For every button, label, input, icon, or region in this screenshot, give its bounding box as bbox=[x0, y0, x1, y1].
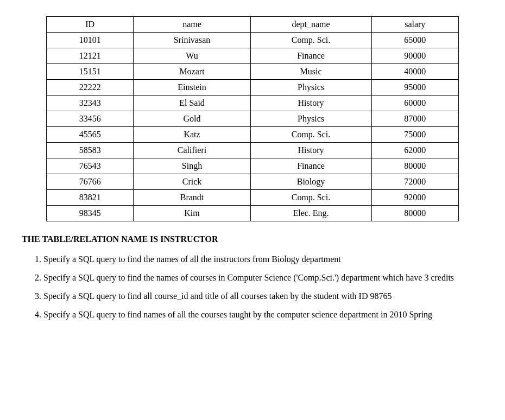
table-row: 22222EinsteinPhysics95000 bbox=[47, 80, 459, 96]
col-header-dept: dept_name bbox=[250, 17, 371, 33]
cell-7-2: History bbox=[250, 143, 371, 158]
cell-8-1: Singh bbox=[134, 158, 250, 174]
cell-5-1: Gold bbox=[134, 111, 250, 127]
cell-2-1: Mozart bbox=[134, 64, 250, 80]
cell-9-3: 72000 bbox=[371, 174, 458, 190]
instructor-table-container: ID name dept_name salary 10101Srinivasan… bbox=[22, 16, 483, 221]
questions-section: Specify a SQL query to find the names of… bbox=[33, 253, 483, 321]
question-item-1: Specify a SQL query to find the names of… bbox=[43, 253, 483, 266]
cell-3-1: Einstein bbox=[134, 80, 250, 96]
cell-4-0: 32343 bbox=[47, 96, 134, 111]
cell-5-0: 33456 bbox=[47, 111, 134, 127]
cell-10-1: Brandt bbox=[134, 190, 250, 206]
cell-10-3: 92000 bbox=[371, 190, 458, 206]
table-row: 58583CalifieriHistory62000 bbox=[47, 143, 459, 158]
table-row: 12121WuFinance90000 bbox=[47, 48, 459, 64]
table-row: 76766CrickBiology72000 bbox=[47, 174, 459, 190]
cell-5-2: Physics bbox=[250, 111, 371, 127]
cell-6-1: Katz bbox=[134, 127, 250, 143]
cell-9-1: Crick bbox=[134, 174, 250, 190]
cell-1-1: Wu bbox=[134, 48, 250, 64]
cell-10-2: Comp. Sci. bbox=[250, 190, 371, 206]
cell-0-3: 65000 bbox=[371, 33, 458, 48]
cell-9-2: Biology bbox=[250, 174, 371, 190]
cell-3-2: Physics bbox=[250, 80, 371, 96]
cell-4-3: 60000 bbox=[371, 96, 458, 111]
table-row: 98345KimElec. Eng.80000 bbox=[47, 206, 459, 221]
table-row: 45565KatzComp. Sci.75000 bbox=[47, 127, 459, 143]
cell-7-1: Califieri bbox=[134, 143, 250, 158]
questions-list: Specify a SQL query to find the names of… bbox=[33, 253, 483, 321]
cell-7-0: 58583 bbox=[47, 143, 134, 158]
col-header-id: ID bbox=[47, 17, 134, 33]
col-header-salary: salary bbox=[371, 17, 458, 33]
cell-2-2: Music bbox=[250, 64, 371, 80]
cell-8-2: Finance bbox=[250, 158, 371, 174]
question-item-2: Specify a SQL query to find the names of… bbox=[43, 271, 483, 284]
question-item-3: Specify a SQL query to find all course_i… bbox=[43, 290, 483, 303]
cell-0-1: Srinivasan bbox=[134, 33, 250, 48]
cell-3-0: 22222 bbox=[47, 80, 134, 96]
cell-7-3: 62000 bbox=[371, 143, 458, 158]
cell-6-3: 75000 bbox=[371, 127, 458, 143]
cell-11-3: 80000 bbox=[371, 206, 458, 221]
cell-4-1: El Said bbox=[134, 96, 250, 111]
table-row: 83821BrandtComp. Sci.92000 bbox=[47, 190, 459, 206]
cell-9-0: 76766 bbox=[47, 174, 134, 190]
cell-8-3: 80000 bbox=[371, 158, 458, 174]
cell-5-3: 87000 bbox=[371, 111, 458, 127]
cell-8-0: 76543 bbox=[47, 158, 134, 174]
cell-11-1: Kim bbox=[134, 206, 250, 221]
cell-10-0: 83821 bbox=[47, 190, 134, 206]
cell-1-2: Finance bbox=[250, 48, 371, 64]
question-item-4: Specify a SQL query to find names of all… bbox=[43, 308, 483, 321]
cell-2-3: 40000 bbox=[371, 64, 458, 80]
table-row: 10101SrinivasanComp. Sci.65000 bbox=[47, 33, 459, 48]
cell-4-2: History bbox=[250, 96, 371, 111]
cell-1-3: 90000 bbox=[371, 48, 458, 64]
table-row: 33456GoldPhysics87000 bbox=[47, 111, 459, 127]
table-row: 15151MozartMusic40000 bbox=[47, 64, 459, 80]
cell-0-0: 10101 bbox=[47, 33, 134, 48]
table-row: 76543SinghFinance80000 bbox=[47, 158, 459, 174]
cell-6-2: Comp. Sci. bbox=[250, 127, 371, 143]
cell-6-0: 45565 bbox=[47, 127, 134, 143]
cell-11-2: Elec. Eng. bbox=[250, 206, 371, 221]
cell-3-3: 95000 bbox=[371, 80, 458, 96]
instructor-table: ID name dept_name salary 10101Srinivasan… bbox=[46, 16, 459, 221]
cell-2-0: 15151 bbox=[47, 64, 134, 80]
cell-11-0: 98345 bbox=[47, 206, 134, 221]
cell-1-0: 12121 bbox=[47, 48, 134, 64]
table-header-row: ID name dept_name salary bbox=[47, 17, 459, 33]
col-header-name: name bbox=[134, 17, 250, 33]
table-row: 32343El SaidHistory60000 bbox=[47, 96, 459, 111]
relation-name-label: THE TABLE/RELATION NAME IS INSTRUCTOR bbox=[22, 234, 483, 244]
cell-0-2: Comp. Sci. bbox=[250, 33, 371, 48]
